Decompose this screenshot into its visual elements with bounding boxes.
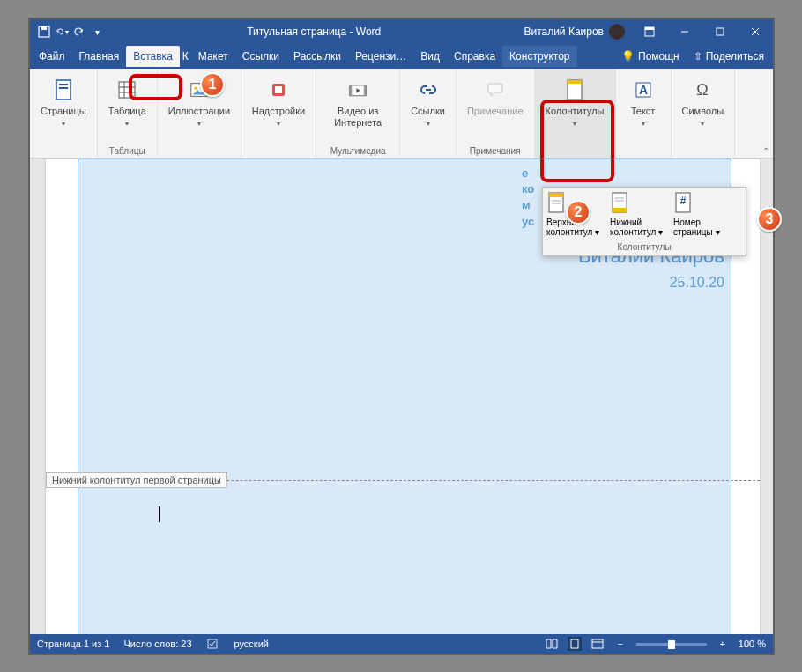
addins-icon xyxy=(264,76,293,104)
pictures-icon xyxy=(185,76,213,104)
svg-point-17 xyxy=(194,86,197,90)
window-title: Титульная страница - Word xyxy=(104,26,524,38)
web-layout-icon[interactable] xyxy=(590,637,605,651)
table-icon xyxy=(113,76,141,104)
header-footer-icon xyxy=(561,76,589,104)
doc-date: 25.10.20 xyxy=(670,275,724,291)
minimize-button[interactable] xyxy=(667,19,702,44)
tab-review[interactable]: Рецензи… xyxy=(348,46,413,67)
links-button[interactable]: Ссылки▾ xyxy=(405,72,450,146)
footer-button[interactable]: Нижний колонтитул ▾ xyxy=(610,191,673,237)
print-layout-icon[interactable] xyxy=(568,637,582,651)
svg-text:Ω: Ω xyxy=(697,81,709,99)
redo-icon[interactable] xyxy=(72,25,86,39)
link-icon xyxy=(414,76,442,104)
svg-rect-8 xyxy=(56,80,71,100)
tab-mailings[interactable]: Рассылки xyxy=(286,46,348,67)
user-info[interactable]: Виталий Каиров xyxy=(524,24,632,40)
svg-text:A: A xyxy=(638,83,647,97)
svg-rect-11 xyxy=(119,82,135,98)
page-number-icon: # xyxy=(673,191,737,218)
zoom-in-button[interactable]: + xyxy=(716,637,730,651)
svg-rect-21 xyxy=(350,85,353,96)
svg-rect-22 xyxy=(364,85,367,96)
spellcheck-icon[interactable] xyxy=(206,637,220,651)
zoom-level[interactable]: 100 % xyxy=(739,639,766,649)
bulb-icon: 💡 xyxy=(621,50,635,63)
zoom-slider[interactable] xyxy=(636,643,707,646)
footer-label: Нижний колонтитул первой страницы xyxy=(46,472,227,488)
close-button[interactable] xyxy=(738,19,773,44)
addins-button[interactable]: Надстройки▾ xyxy=(247,72,310,146)
header-button[interactable]: Верхний колонтитул ▾ xyxy=(546,191,610,237)
save-icon[interactable] xyxy=(37,25,51,39)
header-footer-button[interactable]: Колонтитулы▾ xyxy=(540,72,610,146)
statusbar: Страница 1 из 1 Число слов: 23 русский −… xyxy=(30,634,773,654)
collapse-ribbon-button[interactable]: ⌃ xyxy=(762,146,769,156)
tell-me[interactable]: 💡Помощн xyxy=(614,50,687,63)
quick-access-toolbar: ▾ ▾ xyxy=(30,25,104,39)
status-page[interactable]: Страница 1 из 1 xyxy=(37,639,109,649)
video-icon xyxy=(344,76,372,104)
text-icon: A xyxy=(629,76,657,104)
svg-rect-33 xyxy=(549,193,563,197)
svg-rect-10 xyxy=(59,87,68,89)
share-icon: ⇧ xyxy=(694,50,702,63)
status-language[interactable]: русский xyxy=(234,639,269,649)
svg-rect-30 xyxy=(592,639,603,648)
qat-customize-icon[interactable]: ▾ xyxy=(90,25,104,39)
page-number-button[interactable]: # Номер страницы ▾ xyxy=(673,191,737,237)
table-button[interactable]: Таблица▾ xyxy=(103,72,152,146)
svg-rect-29 xyxy=(571,639,578,648)
maximize-button[interactable] xyxy=(702,19,738,44)
svg-rect-24 xyxy=(568,80,582,84)
comment-button[interactable]: Примечание xyxy=(462,72,529,146)
symbols-button[interactable]: Ω Символы▾ xyxy=(677,72,730,146)
header-icon xyxy=(546,191,610,218)
svg-rect-3 xyxy=(645,27,654,30)
ribbon-display-button[interactable] xyxy=(632,19,667,44)
svg-rect-1 xyxy=(41,26,47,30)
svg-rect-5 xyxy=(717,28,724,35)
omega-icon: Ω xyxy=(688,76,717,104)
tab-view[interactable]: Вид xyxy=(413,46,447,67)
tab-help[interactable]: Справка xyxy=(447,46,502,67)
page-icon xyxy=(49,76,78,104)
footer-icon xyxy=(610,191,673,218)
share-button[interactable]: ⇧Поделиться xyxy=(687,50,771,63)
text-button[interactable]: A Текст▾ xyxy=(621,72,665,146)
undo-icon[interactable]: ▾ xyxy=(55,25,69,39)
svg-rect-9 xyxy=(59,84,68,85)
tab-references[interactable]: Ссылки xyxy=(235,46,286,67)
svg-rect-37 xyxy=(613,208,627,212)
tab-layout[interactable]: Макет xyxy=(191,46,235,67)
tab-design[interactable]: Конструктор xyxy=(502,46,576,67)
read-mode-icon[interactable] xyxy=(545,637,559,651)
zoom-out-button[interactable]: − xyxy=(613,637,627,651)
svg-text:#: # xyxy=(680,195,687,207)
online-video-button[interactable]: Видео из Интернета xyxy=(322,72,394,146)
tab-k[interactable]: К xyxy=(180,46,191,67)
comment-icon xyxy=(481,76,509,104)
header-footer-popup: Верхний колонтитул ▾ Нижний колонтитул ▾… xyxy=(542,187,746,256)
pages-button[interactable]: Страницы▾ xyxy=(35,72,92,146)
titlebar: ▾ ▾ Титульная страница - Word Виталий Ка… xyxy=(30,19,773,44)
tab-insert[interactable]: Вставка xyxy=(126,46,180,67)
ribbon-tabs: Файл Главная Вставка К Макет Ссылки Расс… xyxy=(30,44,773,69)
text-cursor xyxy=(159,506,160,522)
avatar xyxy=(609,24,625,40)
ribbon: Страницы▾ Таблица▾ Таблицы Иллюстрации▾ xyxy=(30,69,773,159)
status-words[interactable]: Число слов: 23 xyxy=(123,639,191,649)
tab-file[interactable]: Файл xyxy=(32,46,72,67)
illustrations-button[interactable]: Иллюстрации▾ xyxy=(163,72,235,146)
svg-rect-19 xyxy=(275,86,282,93)
tab-home[interactable]: Главная xyxy=(72,46,127,67)
